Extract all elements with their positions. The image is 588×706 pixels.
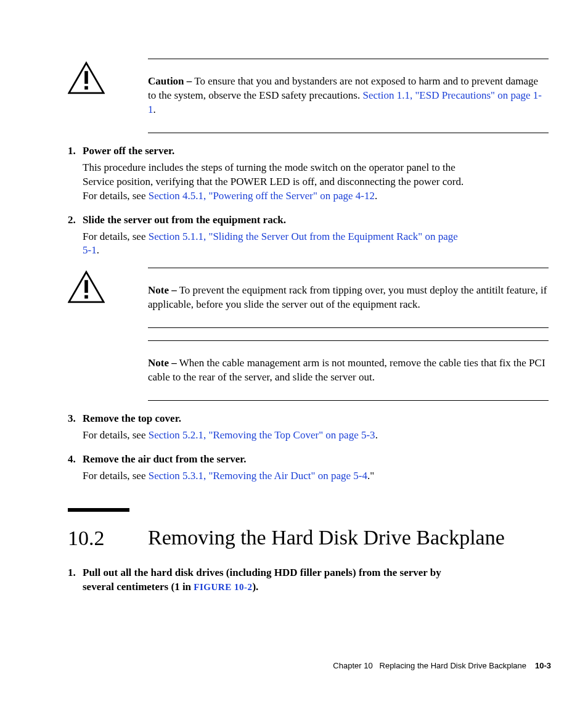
- step-title: Remove the air duct from the server.: [83, 453, 246, 467]
- svg-rect-1: [84, 86, 88, 90]
- step-number: 3.: [68, 412, 83, 426]
- page-footer: Chapter 10 Replacing the Hard Disk Drive…: [333, 661, 551, 670]
- step-item: 1. Power off the server. This procedure …: [68, 144, 468, 203]
- caution-body-b: .: [153, 104, 156, 115]
- step-list: 1. Pull out all the hard disk drives (in…: [68, 566, 468, 594]
- footer-page: 10-3: [535, 661, 551, 670]
- step-title: Slide the server out from the equipment …: [83, 213, 286, 228]
- step-list: 1. Power off the server. This procedure …: [68, 144, 468, 258]
- section-number: 10.2: [68, 525, 148, 550]
- note-label: Note –: [148, 284, 177, 296]
- step-body: For details, see Section 5.1.1, "Sliding…: [83, 230, 468, 258]
- warning-icon: [68, 270, 105, 306]
- note-body: To prevent the equipment rack from tippi…: [148, 284, 547, 310]
- step-body: This procedure includes the steps of tur…: [83, 161, 468, 203]
- section-rule: [68, 508, 129, 512]
- note-body: When the cable management arm is not mou…: [148, 357, 545, 383]
- step-item: 3. Remove the top cover. For details, se…: [68, 412, 468, 443]
- section-title: Removing the Hard Disk Drive Backplane: [148, 525, 505, 549]
- step-body: For details, see Section 5.3.1, "Removin…: [83, 469, 468, 483]
- step-item: 4. Remove the air duct from the server. …: [68, 453, 468, 483]
- page: Caution – To ensure that you and bystand…: [0, 0, 588, 706]
- caution-block: Caution – To ensure that you and bystand…: [148, 59, 549, 133]
- footer-chapter: Chapter 10: [333, 661, 372, 670]
- step-link[interactable]: Section 4.5.1, "Powering off the Server"…: [149, 190, 375, 202]
- step-link[interactable]: Section 5.2.1, "Removing the Top Cover" …: [149, 429, 375, 441]
- note-text: Note – To prevent the equipment rack fro…: [148, 284, 549, 312]
- note-label: Note –: [148, 357, 177, 369]
- step-body: For details, see Section 5.2.1, "Removin…: [83, 429, 468, 443]
- step-link[interactable]: Section 5.3.1, "Removing the Air Duct" o…: [149, 470, 367, 482]
- step-number: 4.: [68, 453, 83, 467]
- svg-rect-0: [84, 71, 88, 84]
- step-item: 2. Slide the server out from the equipme…: [68, 213, 468, 258]
- figure-link[interactable]: FIGURE 10-2: [194, 582, 252, 592]
- step-number: 1.: [68, 566, 83, 594]
- note-text: Note – When the cable management arm is …: [148, 356, 549, 385]
- svg-rect-2: [84, 281, 88, 293]
- rule: [148, 400, 549, 401]
- step-item: 1. Pull out all the hard disk drives (in…: [68, 566, 468, 594]
- step-list: 3. Remove the top cover. For details, se…: [68, 412, 468, 483]
- svg-rect-3: [84, 295, 88, 299]
- section-heading: 10.2 Removing the Hard Disk Drive Backpl…: [68, 525, 551, 550]
- step-number: 2.: [68, 213, 83, 228]
- note-block: Note – To prevent the equipment rack fro…: [148, 268, 549, 328]
- step-title: Power off the server.: [83, 144, 174, 158]
- step-title: Pull out all the hard disk drives (inclu…: [83, 566, 468, 594]
- rule: [148, 133, 549, 133]
- note-block: Note – When the cable management arm is …: [148, 340, 549, 401]
- step-title: Remove the top cover.: [83, 412, 181, 426]
- warning-icon: [68, 61, 105, 97]
- caution-label: Caution –: [148, 75, 192, 87]
- step-number: 1.: [68, 144, 83, 158]
- caution-text: Caution – To ensure that you and bystand…: [148, 75, 549, 117]
- footer-title: Replacing the Hard Disk Drive Backplane: [380, 661, 526, 670]
- rule: [148, 327, 549, 328]
